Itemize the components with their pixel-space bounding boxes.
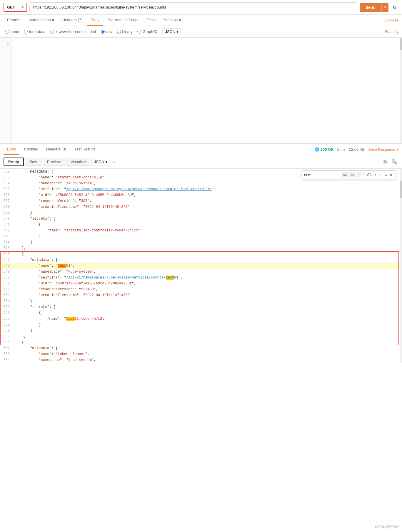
code-editor: 1 bbox=[0, 38, 402, 144]
json-line: 556 { bbox=[0, 310, 402, 316]
response-tabs-bar: Body Cookies Headers (3) Test Results 🌐 … bbox=[0, 144, 402, 155]
send-dropdown-button[interactable]: ▾ bbox=[381, 3, 388, 12]
search-icon[interactable]: 🔍 bbox=[390, 158, 398, 166]
method-label: GET bbox=[7, 5, 15, 9]
beautify-button[interactable]: Beautify bbox=[385, 29, 398, 34]
json-line: 535 "selfLink": "/api/v1/namespaces/kube… bbox=[0, 186, 402, 192]
save-response-button[interactable]: Save Response ▾ bbox=[368, 147, 398, 152]
tab-headers[interactable]: Headers (7) bbox=[59, 15, 86, 26]
json-line: 563 "name": "token-cleaner", bbox=[0, 351, 402, 357]
request-tabs: Params Authorization Headers (7) Body Pr… bbox=[0, 15, 402, 26]
editor-scrollbar[interactable] bbox=[400, 38, 402, 143]
body-option-form-data[interactable]: form-data bbox=[22, 28, 47, 35]
response-size: 12.09 KB bbox=[349, 147, 365, 152]
resp-format-select[interactable]: JSON ▾ bbox=[91, 158, 110, 165]
json-line: 551 "uid": "b62b71a7-25af-4125-a92d-5c20… bbox=[0, 281, 402, 286]
json-line: 561 { bbox=[0, 339, 402, 345]
body-options: none form-data x-www-form-urlencoded raw… bbox=[0, 26, 402, 38]
json-line: 546 { bbox=[0, 251, 402, 257]
json-line: 534 "namespace": "kube-system", bbox=[0, 180, 402, 186]
method-select[interactable]: GET ▾ bbox=[4, 3, 27, 12]
tab-tests[interactable]: Tests bbox=[143, 15, 159, 26]
json-line: 537 "resourceVersion": "303", bbox=[0, 198, 402, 204]
json-line: 560 }, bbox=[0, 334, 402, 339]
copy-icon[interactable]: ⧉ bbox=[382, 158, 388, 166]
json-line: 554 }, bbox=[0, 298, 402, 304]
json-line: 544 ] bbox=[0, 239, 402, 245]
body-option-raw[interactable]: raw bbox=[99, 28, 114, 35]
json-line: 550 "selfLink": "/api/v1/namespaces/kube… bbox=[0, 275, 402, 281]
tab-body[interactable]: Body bbox=[87, 15, 103, 26]
status-globe-icon: 🌐 200 OK bbox=[315, 147, 334, 152]
json-line: 539 }, bbox=[0, 210, 402, 216]
resp-tab-body[interactable]: Body bbox=[4, 144, 19, 155]
filter-icon[interactable]: ≡ bbox=[111, 158, 116, 166]
body-option-none[interactable]: none bbox=[4, 28, 21, 35]
json-scrollbar-thumb bbox=[400, 180, 402, 198]
settings-dot bbox=[179, 19, 181, 21]
case-sensitive-toggle[interactable]: Aa bbox=[341, 172, 348, 178]
json-line: 548 "name": "test01", bbox=[0, 263, 402, 269]
editor-content[interactable] bbox=[12, 38, 402, 143]
json-line: 562 "metadata": { bbox=[0, 345, 402, 351]
json-line: 542 "name": "statefulset-controller-toke… bbox=[0, 228, 402, 233]
scrollbar-thumb bbox=[400, 38, 402, 50]
body-option-binary[interactable]: binary bbox=[115, 28, 134, 35]
resp-pretty-button[interactable]: Pretty bbox=[4, 158, 24, 166]
resp-action-buttons: ⧉ 🔍 bbox=[382, 158, 398, 166]
json-output-area: Aa Ab * 1 of 3 ↑ ↓ ≡ ✕ 532 metadata: {53… bbox=[0, 169, 402, 363]
whole-word-toggle[interactable]: Ab bbox=[349, 172, 356, 178]
resp-format-bar: Pretty Raw Preview Visualize JSON ▾ ≡ ⧉ … bbox=[0, 155, 402, 169]
tab-settings[interactable]: Settings bbox=[160, 15, 184, 26]
json-line: 543 } bbox=[0, 233, 402, 239]
json-line: 545 }, bbox=[0, 245, 402, 251]
json-line: 555 "secrets": [ bbox=[0, 304, 402, 310]
json-line: 559 ] bbox=[0, 328, 402, 334]
json-scrollbar[interactable] bbox=[400, 169, 402, 363]
tab-authorization[interactable]: Authorization bbox=[25, 15, 58, 26]
search-box: Aa Ab * 1 of 3 ↑ ↓ ≡ ✕ bbox=[302, 170, 396, 179]
json-line: 553 "creationTimestamp": "2022-04-19T11:… bbox=[0, 292, 402, 298]
search-count: 1 of 3 bbox=[363, 173, 372, 177]
resp-raw-button[interactable]: Raw bbox=[25, 158, 41, 166]
json-line: 549 "namespace": "kube-system", bbox=[0, 269, 402, 275]
json-output: 532 metadata: {533 "name": "statefulset-… bbox=[0, 169, 402, 363]
resp-tab-cookies[interactable]: Cookies bbox=[21, 144, 41, 155]
search-options: Aa Ab * bbox=[341, 172, 361, 178]
search-match-case-button[interactable]: ≡ bbox=[383, 172, 388, 178]
settings-icon[interactable]: ⚙ bbox=[391, 3, 398, 12]
chevron-down-icon: ▾ bbox=[22, 6, 24, 9]
json-line: 558 } bbox=[0, 322, 402, 328]
send-button[interactable]: Send bbox=[360, 3, 381, 12]
resp-visualize-button[interactable]: Visualize bbox=[66, 158, 90, 166]
resp-tab-headers[interactable]: Headers (3) bbox=[43, 144, 70, 155]
format-select[interactable]: JSON ▾ bbox=[162, 28, 181, 35]
body-option-graphql[interactable]: GraphQL bbox=[136, 28, 160, 35]
json-line: 536 "uid": "475c603f-5c52-42e9-a956-0be4… bbox=[0, 192, 402, 198]
tab-params[interactable]: Params bbox=[4, 15, 24, 26]
body-option-urlencoded[interactable]: x-www-form-urlencoded bbox=[49, 28, 98, 35]
json-line: 557 "name": "test01-token-b7c2v" bbox=[0, 316, 402, 322]
search-input[interactable] bbox=[304, 173, 340, 177]
csdn-watermark: CSDN @阿伦BY bbox=[375, 525, 399, 529]
response-time: 5 ms bbox=[337, 147, 346, 152]
search-prev-button[interactable]: ↑ bbox=[373, 172, 378, 178]
send-group: Send ▾ bbox=[360, 3, 388, 12]
search-next-button[interactable]: ↓ bbox=[378, 172, 383, 178]
url-bar: GET ▾ Send ▾ ⚙ bbox=[0, 0, 402, 15]
json-line: 541 { bbox=[0, 222, 402, 228]
editor-line-numbers: 1 bbox=[0, 38, 12, 143]
url-input[interactable] bbox=[29, 2, 357, 12]
json-line: 540 "secrets": [ bbox=[0, 216, 402, 222]
cookies-link[interactable]: Cookies bbox=[385, 18, 398, 22]
resp-preview-button[interactable]: Preview bbox=[43, 158, 65, 166]
json-line: 552 "resourceVersion": "522433", bbox=[0, 286, 402, 292]
regex-toggle[interactable]: * bbox=[357, 172, 361, 178]
search-nav: ↑ ↓ ≡ ✕ bbox=[373, 172, 393, 178]
response-section: Body Cookies Headers (3) Test Results 🌐 … bbox=[0, 144, 402, 532]
json-line: 547 "metadata": { bbox=[0, 257, 402, 263]
tab-pre-request-script[interactable]: Pre-request Script bbox=[104, 15, 142, 26]
search-close-button[interactable]: ✕ bbox=[389, 172, 393, 178]
resp-tab-test-results[interactable]: Test Results bbox=[71, 144, 99, 155]
status-info: 🌐 200 OK 5 ms 12.09 KB Save Response ▾ bbox=[315, 147, 398, 152]
